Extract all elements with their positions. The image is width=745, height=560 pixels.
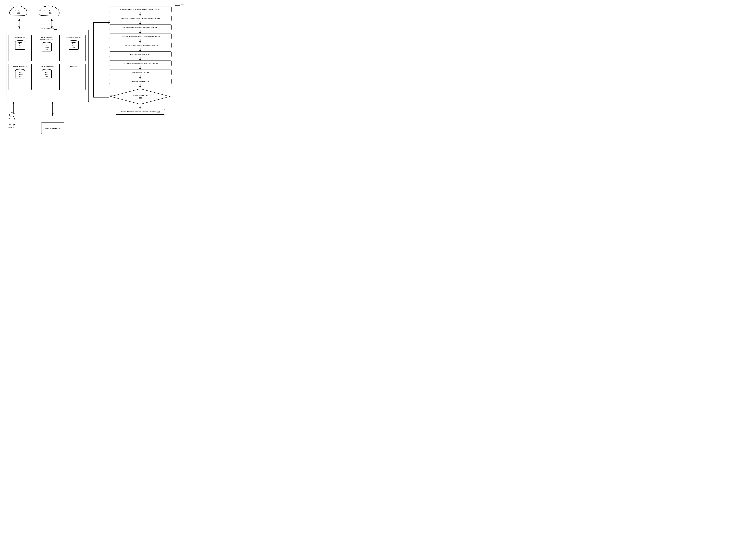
flowchart-container: Receive Request to Search for Mobile App… bbox=[96, 7, 185, 114]
user-figure: User 202 bbox=[8, 112, 15, 128]
user-data-db: UserData228 bbox=[69, 40, 78, 50]
poll-data-db: PollData224 bbox=[42, 69, 52, 78]
social-graph-db: SocialGraph216 bbox=[42, 42, 52, 52]
appstore-service-box: AppStore 210 AppData212 bbox=[8, 35, 32, 61]
ref-300: 300 bbox=[181, 3, 184, 6]
arrow-310-312 bbox=[140, 48, 140, 52]
arrow-306-308 bbox=[140, 30, 140, 34]
step-308-box: Query for Application(s) of Social Acqua… bbox=[109, 34, 171, 39]
arrow-320-322 bbox=[140, 105, 140, 109]
step-320-diamond-container: No Is Search Complete?320 Yes bbox=[109, 88, 171, 105]
review-service-box: Review Service 218 AppReviews220 bbox=[8, 64, 32, 90]
step-312-box: Determine Tastemakers 312 bbox=[109, 52, 171, 57]
step-320-text: Is Search Complete?320 bbox=[133, 94, 148, 99]
step-306-box: Determine Social Acquaintances of a User… bbox=[109, 25, 171, 30]
main-diagram: AppStore 206 Social Networks 208 Tastema… bbox=[0, 0, 186, 140]
index-service-box: Index 230 bbox=[62, 64, 86, 90]
user-head-icon bbox=[9, 112, 14, 118]
social-cloud-label: Social Networks bbox=[44, 10, 56, 12]
tastemaker-system-label: Tastemaker System 200 bbox=[38, 28, 58, 30]
arrow-302-304 bbox=[140, 12, 140, 15]
social-cloud: Social Networks 208 bbox=[36, 5, 64, 19]
social-cloud-ref: 208 bbox=[49, 12, 51, 14]
app-reviews-db: AppReviews220 bbox=[15, 69, 25, 78]
step-304-box: Determine List of Available Mobile Appli… bbox=[109, 15, 171, 21]
tastemaker-system-box: Tastemaker System 200 AppStore 210 AppDa… bbox=[7, 30, 89, 102]
arrow-308-310 bbox=[140, 39, 140, 42]
right-flowchart: 300 Receive Request to Search for Mobile… bbox=[96, 3, 185, 114]
appstore-service-label: AppStore 210 bbox=[15, 36, 25, 38]
arrow-316-318 bbox=[140, 75, 140, 78]
arrow-304-306 bbox=[140, 21, 140, 25]
step-310-box: Filter List of Available Mobile Applicat… bbox=[109, 42, 171, 48]
tastemaker-index-box: Tastemaker Index 226 UserData228 bbox=[62, 35, 86, 61]
appstore-cloud-ref: 206 bbox=[17, 12, 20, 14]
search-service-box: Search Service 204 bbox=[41, 123, 64, 134]
left-diagram: AppStore 206 Social Networks 208 Tastema… bbox=[3, 3, 92, 136]
appstore-db: AppData212 bbox=[15, 40, 25, 50]
polling-service-box: Polling Service 222 PollData224 bbox=[34, 64, 60, 90]
step-322-box: Provide Ability to Purchase Selected App… bbox=[116, 109, 165, 114]
step-318-box: Display Ranked List 318 bbox=[109, 78, 171, 84]
user-label: User 202 bbox=[8, 126, 15, 128]
polling-service-label: Polling Service 222 bbox=[40, 65, 54, 67]
loop-back-arrow bbox=[92, 12, 111, 107]
step-316-box: Rank Filtered List 316 bbox=[109, 70, 171, 75]
index-service-label: Index 230 bbox=[70, 65, 77, 67]
step-302-box: Receive Request to Search for Mobile App… bbox=[109, 7, 171, 12]
arrow-314-316 bbox=[140, 66, 140, 70]
arrow-318-320 bbox=[140, 84, 140, 88]
arrow-312-314 bbox=[140, 57, 140, 61]
appstore-cloud-label: AppStore bbox=[15, 10, 22, 12]
tastemaker-index-label: Tastemaker Index 226 bbox=[66, 36, 82, 38]
social-network-service-box: Social NetworkGraph Service 214 SocialGr… bbox=[34, 35, 60, 61]
svg-marker-7 bbox=[175, 5, 175, 6]
user-body-icon bbox=[8, 118, 15, 126]
review-service-label: Review Service 218 bbox=[13, 65, 27, 67]
social-network-service-label: Social NetworkGraph Service 214 bbox=[40, 36, 53, 40]
appstore-cloud: AppStore 206 bbox=[8, 5, 29, 19]
step-314-box: Collect Data 314 (additional details at … bbox=[109, 61, 171, 66]
